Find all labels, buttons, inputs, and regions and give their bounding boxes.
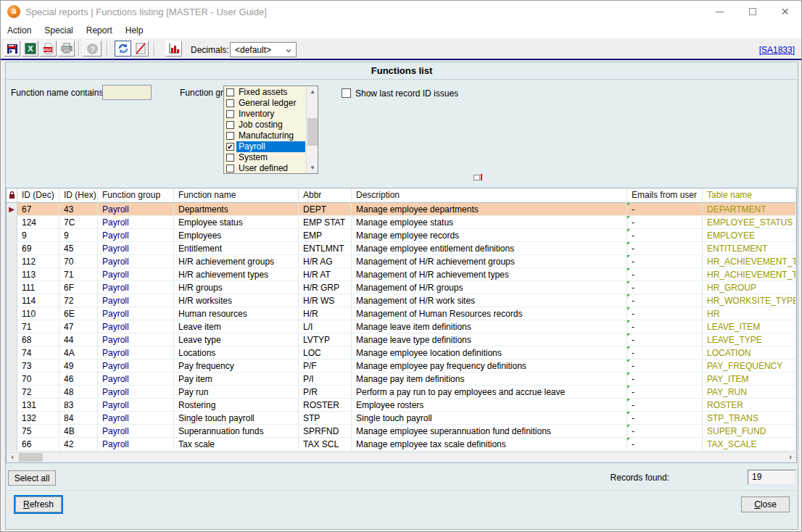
scroll-right-icon[interactable]: ›	[785, 452, 796, 462]
cell-id-dec: 66	[17, 438, 59, 451]
table-row[interactable]: 6844PayrollLeave typeLVTYPManage leave t…	[7, 333, 796, 346]
checkbox-icon[interactable]	[226, 165, 234, 173]
cell-id-hex: 83	[59, 399, 98, 412]
lock-column-header[interactable]	[7, 188, 17, 202]
column-header-id-dec[interactable]: ID (Dec)	[17, 188, 59, 202]
close-button[interactable]: Close	[741, 496, 790, 512]
cell-abbr: STP	[299, 412, 352, 425]
table-row[interactable]: ▶6743PayrollDepartmentsDEPTManage employ…	[7, 203, 796, 216]
scroll-up-icon[interactable]: ▲	[307, 86, 318, 97]
excel-export-button[interactable]: X	[22, 41, 38, 57]
cell-function-name: Pay item	[174, 373, 299, 386]
cell-table-name: PAY_ITEM	[703, 373, 796, 386]
sa1833-link[interactable]: [SA1833]	[759, 45, 795, 55]
scroll-down-icon[interactable]: ▼	[307, 162, 318, 173]
function-group-option[interactable]: Inventory	[225, 109, 305, 120]
scrollbar-thumb[interactable]	[19, 453, 43, 462]
menu-special[interactable]: Special	[38, 25, 79, 36]
refresh-view-button[interactable]	[115, 41, 131, 57]
table-row[interactable]: 1106EPayrollHuman resourcesH/RManagement…	[7, 307, 796, 320]
option-label: General ledger	[236, 98, 298, 109]
minimize-button[interactable]	[703, 1, 736, 22]
cell-function-group: Payroll	[98, 373, 174, 386]
checkbox-icon[interactable]	[226, 132, 234, 140]
help-button[interactable]: ?	[83, 41, 102, 57]
column-header-table-name[interactable]: Table name	[703, 188, 796, 202]
function-group-option[interactable]: System	[225, 152, 305, 163]
function-group-option[interactable]: Job costing	[225, 120, 305, 130]
function-group-option[interactable]: Manufacturing	[225, 130, 305, 141]
maximize-button[interactable]	[736, 1, 769, 22]
table-row[interactable]: 1247CPayrollEmployee statusEMP STATManag…	[7, 216, 796, 229]
column-header-emails[interactable]: Emails from user	[627, 188, 703, 202]
function-group-option[interactable]: Fixed assets	[225, 87, 305, 98]
table-row[interactable]: 13284PayrollSingle touch payrollSTPSingl…	[7, 412, 796, 425]
cell-function-group: Payroll	[98, 320, 174, 333]
cell-id-hex: 70	[59, 255, 98, 268]
function-group-listbox[interactable]: Fixed assetsGeneral ledgerInventoryJob c…	[223, 86, 318, 174]
cell-description: Management of H/R achievement groups	[352, 255, 627, 268]
splitter-grip-icon[interactable]	[474, 174, 482, 180]
function-group-option[interactable]: General ledger	[225, 98, 305, 109]
table-horizontal-scrollbar[interactable]: ‹ ›	[6, 452, 797, 463]
cell-id-hex: 43	[59, 203, 98, 216]
checkbox-icon[interactable]	[226, 99, 234, 107]
table-row[interactable]: 754BPayrollSuperannuation fundsSPRFNDMan…	[7, 425, 796, 438]
refresh-button[interactable]: Refresh	[14, 495, 63, 514]
function-name-input[interactable]	[102, 85, 152, 100]
cell-id-hex: 49	[59, 359, 98, 373]
decimals-dropdown[interactable]: <default>	[230, 42, 297, 57]
cell-function-group: Payroll	[98, 386, 174, 399]
chart-button[interactable]	[165, 41, 182, 57]
no-edit-button[interactable]	[132, 41, 149, 57]
cell-description: Manage employee records	[352, 229, 627, 242]
function-group-option[interactable]: User defined	[225, 163, 305, 173]
cell-description: Management of Human Resources records	[352, 307, 627, 320]
table-row[interactable]: 6642PayrollTax scaleTAX SCLManage employ…	[7, 438, 796, 451]
save-button[interactable]	[4, 41, 20, 57]
cell-description: Manage employee location definitions	[352, 346, 627, 359]
table-row[interactable]: 6945PayrollEntitlementENTLMNTManage empl…	[7, 242, 796, 255]
table-row[interactable]: 11371PayrollH/R achievement typesH/R ATM…	[7, 268, 796, 281]
column-header-function-group[interactable]: Function group	[98, 188, 174, 202]
table-row[interactable]: 7046PayrollPay itemP/IManage pay item de…	[7, 373, 796, 386]
menu-action[interactable]: Action	[1, 25, 38, 36]
table-row[interactable]: 7248PayrollPay runP/RPerform a pay run t…	[7, 386, 796, 399]
table-row[interactable]: 99PayrollEmployeesEMPManage employee rec…	[7, 229, 796, 242]
checkbox-icon[interactable]	[226, 154, 234, 162]
menu-report[interactable]: Report	[80, 25, 119, 36]
column-header-function-name[interactable]: Function name	[174, 188, 299, 202]
column-header-description[interactable]: Description	[352, 188, 627, 202]
cell-function-group: Payroll	[98, 333, 174, 346]
column-header-abbr[interactable]: Abbr	[299, 188, 352, 202]
menu-help[interactable]: Help	[119, 25, 150, 36]
cell-description: Management of H/R work sites	[352, 294, 627, 307]
listbox-scrollbar[interactable]: ▲ ▼	[306, 86, 318, 173]
row-indicator	[7, 438, 17, 451]
column-header-id-hex[interactable]: ID (Hex)	[59, 188, 98, 202]
scrollbar-thumb[interactable]	[307, 118, 318, 146]
pdf-export-button[interactable]: PDF	[40, 41, 57, 57]
scroll-left-icon[interactable]: ‹	[7, 452, 18, 462]
table-row[interactable]: 11270PayrollH/R achievement groupsH/R AG…	[7, 255, 796, 268]
print-button[interactable]	[58, 41, 75, 57]
close-window-button[interactable]: ✕	[769, 1, 801, 22]
title-bar: a Special reports | Functions listing [M…	[1, 1, 801, 22]
table-row[interactable]: 13183PayrollRosteringROSTEREmployee rost…	[7, 399, 796, 412]
checkbox-icon[interactable]	[226, 121, 234, 129]
cell-function-name: Superannuation funds	[174, 425, 299, 438]
checkbox-icon[interactable]	[226, 88, 234, 96]
cell-id-dec: 69	[17, 242, 59, 255]
table-row[interactable]: 1116FPayrollH/R groupsH/R GRPManagement …	[7, 281, 796, 294]
table-row[interactable]: 7349PayrollPay frequencyP/FManage employ…	[7, 359, 796, 373]
function-group-option[interactable]: ✔Payroll	[225, 141, 305, 152]
table-row[interactable]: 7147PayrollLeave itemL/IManage leave ite…	[7, 320, 796, 333]
table-row[interactable]: 744APayrollLocationsLOCManage employee l…	[7, 346, 796, 359]
select-all-button[interactable]: Select all	[8, 470, 56, 486]
checkbox-icon[interactable]: ✔	[226, 143, 234, 151]
option-label: System	[236, 152, 270, 163]
table-row[interactable]: 11472PayrollH/R worksitesH/R WSManagemen…	[7, 294, 796, 307]
cell-id-hex: 72	[59, 294, 98, 307]
checkbox-icon[interactable]	[226, 110, 234, 118]
show-last-record-checkbox[interactable]	[342, 88, 351, 98]
